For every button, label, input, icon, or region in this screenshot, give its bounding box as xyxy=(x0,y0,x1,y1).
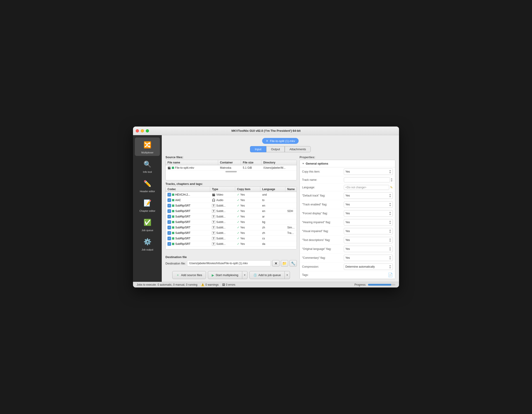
compression-spinner: ▲▼ xyxy=(389,265,391,269)
prop-control-compression: Determine automatically ▲▼ xyxy=(344,264,393,270)
copy-item-select[interactable]: Yes ▲▼ xyxy=(344,168,393,175)
table-row[interactable]: ✓ SubRip/SRT T Subtit... ✓Yes xyxy=(166,230,296,236)
track-codec-1: AAC xyxy=(175,199,181,202)
col-directory: Directory xyxy=(261,160,296,165)
prop-label-origlang: "Original language" flag: xyxy=(302,247,342,250)
track-codec-cell-2: ✓ SubRip/SRT xyxy=(166,203,210,208)
green-indicator xyxy=(172,167,174,169)
close-button[interactable] xyxy=(136,129,139,132)
main-window: MKVToolNix GUI v82.0 ('I'm The President… xyxy=(133,127,399,287)
start-multiplexing-button[interactable]: ▶ Start multiplexing xyxy=(208,271,242,279)
track-copy-check-0: ✓ Yes xyxy=(237,193,258,196)
main-content: 🔀 Multiplexer 🔍 Info tool ✏️ Header edit… xyxy=(133,135,399,282)
hearing-impaired-select[interactable]: Yes ▲▼ xyxy=(344,219,393,225)
job-output-icon: ⚙️ xyxy=(142,236,153,247)
track-codec-cell-4: ✓ SubRip/SRT xyxy=(166,214,210,219)
sidebar-item-multiplexer[interactable]: 🔀 Multiplexer xyxy=(135,138,160,156)
add-queue-label: Add to job queue xyxy=(258,273,281,277)
track-codec-cell-3: ✓ SubRip/SRT xyxy=(166,209,210,214)
destination-input[interactable] xyxy=(187,260,271,266)
prop-label-language: Language: xyxy=(302,186,342,189)
add-queue-dropdown[interactable]: ▾ xyxy=(285,271,290,279)
table-row[interactable]: 🎬 File-to-split.mkv Matroska 5.1 GiB /Us… xyxy=(166,165,296,171)
maximize-button[interactable] xyxy=(146,129,149,132)
tab-attachments[interactable]: Attachments xyxy=(285,146,311,152)
tracks-table-body: ✓ HEVC/H.2... 🎬 Video xyxy=(166,192,296,249)
track-checkbox-2[interactable]: ✓ xyxy=(167,204,171,207)
sidebar-item-job-output[interactable]: ⚙️ Job output xyxy=(135,235,160,253)
track-name-input[interactable] xyxy=(344,177,390,182)
track-type-3: Subtit... xyxy=(216,210,226,213)
destination-section: Destination file Destination file: ✕ 📁 🔧 xyxy=(165,254,297,267)
prop-control-copy: Yes ▲▼ xyxy=(344,168,393,175)
window-title: MKVToolNix GUI v82.0 ('I'm The President… xyxy=(231,129,300,132)
left-panel: Source files: File name Container File s… xyxy=(165,156,297,279)
track-type-1: Audio xyxy=(216,199,223,202)
tab-input[interactable]: Input xyxy=(250,146,266,152)
general-options-title: ▼ General options xyxy=(300,160,395,167)
source-files-section: Source files: File name Container File s… xyxy=(165,156,297,180)
table-row[interactable]: ✓ SubRip/SRT T Subtit... ✓Yes xyxy=(166,225,296,230)
destination-options-button[interactable]: 🔧 xyxy=(289,260,297,267)
forced-display-select[interactable]: Yes ▲▼ xyxy=(344,210,393,217)
track-checkbox-4[interactable]: ✓ xyxy=(167,215,171,218)
warning-icon: ⚠️ xyxy=(201,283,204,286)
table-row[interactable]: ✓ SubRip/SRT T Subtit... ✓Yes xyxy=(166,219,296,225)
track-copy-cell-2: ✓Yes xyxy=(235,203,260,208)
jobs-status: Jobs to execute: 0 automatic, 0 manual, … xyxy=(137,283,197,286)
track-enabled-select[interactable]: Yes ▲▼ xyxy=(344,201,393,208)
visual-spinner: ▲▼ xyxy=(389,229,391,233)
sidebar: 🔀 Multiplexer 🔍 Info tool ✏️ Header edit… xyxy=(133,135,162,282)
tags-file-button[interactable]: 📄 xyxy=(388,272,393,277)
tab-output[interactable]: Output xyxy=(266,146,285,152)
table-row[interactable]: ✓ SubRip/SRT T Subtit... xyxy=(166,208,296,214)
sidebar-item-chapter-editor[interactable]: 📝 Chapter editor xyxy=(135,196,160,214)
add-job-queue-button[interactable]: 💿 Add to job queue xyxy=(249,271,285,279)
prop-label-textdesc: "Text descriptions" flag: xyxy=(302,239,342,242)
table-row[interactable]: ✓ SubRip/SRT T Subtit... ✓Yes xyxy=(166,241,296,247)
minimize-button[interactable] xyxy=(141,129,144,132)
property-commentary: "Commentary" flag: Yes ▲▼ xyxy=(300,254,395,262)
track-checkbox-1[interactable]: ✓ xyxy=(167,198,171,202)
track-type-0: Video xyxy=(216,193,223,196)
add-source-files-button[interactable]: ＋ Add source files xyxy=(172,271,206,279)
destination-browse-button[interactable]: 📁 xyxy=(281,260,288,267)
prop-control-trackname: ▲▼ xyxy=(344,177,393,182)
file-tab-close-icon[interactable]: ✕ xyxy=(266,139,268,143)
sidebar-item-info-tool[interactable]: 🔍 Info tool xyxy=(135,157,160,175)
destination-clear-button[interactable]: ✕ xyxy=(272,260,279,267)
track-name-0 xyxy=(285,194,296,196)
property-default-track: "Default track" flag: Yes ▲▼ xyxy=(300,191,395,200)
progress-label: Progress: xyxy=(354,283,366,286)
warnings-count: 0 warnings xyxy=(205,283,218,286)
sidebar-label-info-tool: Info tool xyxy=(143,171,152,174)
warnings-status: ⚠️ 0 warnings xyxy=(201,283,218,286)
visual-impaired-select[interactable]: Yes ▲▼ xyxy=(344,228,393,234)
track-checkbox-3[interactable]: ✓ xyxy=(167,209,171,213)
source-filesize-cell: 5.1 GiB xyxy=(241,165,261,170)
properties-label: Properties: xyxy=(300,156,395,159)
source-table-scrollbar[interactable] xyxy=(225,171,237,172)
sidebar-item-job-queue[interactable]: ✅ Job queue xyxy=(135,215,160,234)
text-descriptions-select[interactable]: Yes ▲▼ xyxy=(344,237,393,243)
table-row[interactable]: ✓ HEVC/H.2... 🎬 Video xyxy=(166,192,296,197)
table-row[interactable]: ✓ AAC 🎧 Audio xyxy=(166,197,296,203)
property-track-enabled: "Track enabled" flag: Yes ▲▼ xyxy=(300,200,395,209)
table-row[interactable]: ✓ SubRip/SRT T Subtit... ✓Yes xyxy=(166,236,296,241)
default-track-select[interactable]: Yes ▲▼ xyxy=(344,193,393,199)
table-row[interactable]: ✓ SubRip/SRT T Subtit... ✓Yes xyxy=(166,214,296,219)
collapse-arrow-icon[interactable]: ▼ xyxy=(302,162,304,165)
original-language-select[interactable]: Yes ▲▼ xyxy=(344,246,393,252)
track-checkbox-0[interactable]: ✓ xyxy=(167,193,171,196)
file-tab[interactable]: ✕ File-to-split (1).mkv xyxy=(262,138,299,144)
compression-select[interactable]: Determine automatically ▲▼ xyxy=(344,264,393,270)
col-type: Type xyxy=(210,187,235,192)
start-mux-dropdown[interactable]: ▾ xyxy=(242,271,247,279)
edit-language-icon[interactable]: ✎ xyxy=(390,185,393,189)
sidebar-item-header-editor[interactable]: ✏️ Header editor xyxy=(135,176,160,195)
textdesc-spinner: ▲▼ xyxy=(389,238,391,242)
commentary-select[interactable]: Yes ▲▼ xyxy=(344,255,393,261)
content-area: ✕ File-to-split (1).mkv Input Output Att… xyxy=(162,135,399,282)
table-row[interactable]: ✓ SubRip/SRT T Subtit... xyxy=(166,203,296,208)
prop-label-visual: "Visual impaired" flag: xyxy=(302,230,342,233)
